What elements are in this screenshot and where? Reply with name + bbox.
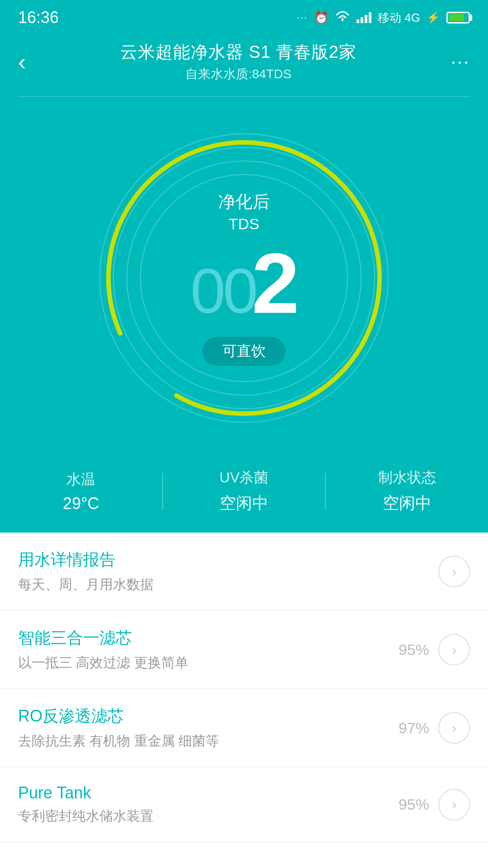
gauge-label-purified: 净化后 xyxy=(218,190,270,213)
list-item-title-1: 智能三合一滤芯 xyxy=(18,627,399,649)
list-item-content-ro-filter: RO反渗透滤芯 去除抗生素 有机物 重金属 细菌等 xyxy=(18,705,399,750)
water-quality-subtitle: 自来水水质:84TDS xyxy=(35,66,441,83)
stat-uv: UV杀菌 空闲中 xyxy=(163,468,325,514)
list-item-desc-1: 以一抵三 高效过滤 更换简单 xyxy=(18,654,399,672)
arrow-icon-2[interactable]: › xyxy=(438,712,470,744)
list-item-right-3: 95% › xyxy=(399,789,470,821)
stats-section: 水温 29°C UV杀菌 空闲中 制水状态 空闲中 xyxy=(0,454,488,533)
arrow-icon-1[interactable]: › xyxy=(438,634,470,665)
stat-production-value: 空闲中 xyxy=(383,492,432,514)
list-item-content-pure-tank: Pure Tank 专利密封纯水储水装置 xyxy=(18,783,399,826)
arrow-icon-0[interactable]: › xyxy=(438,556,470,587)
list-item-percent-2: 97% xyxy=(399,719,429,737)
gauge-label-tds: TDS xyxy=(229,215,259,233)
stat-uv-value: 空闲中 xyxy=(220,492,268,514)
gauge-number-display: 00 2 xyxy=(190,240,297,326)
list-item-right-2: 97% › xyxy=(399,712,470,744)
wifi-icon xyxy=(335,10,350,25)
stat-uv-label: UV杀菌 xyxy=(220,468,268,488)
list-item-ro-filter[interactable]: RO反渗透滤芯 去除抗生素 有机物 重金属 细菌等 97% › xyxy=(0,689,488,767)
status-icons: ··· ⏰ 移动 4G ⚡ xyxy=(297,10,470,26)
list-item-right-1: 95% › xyxy=(399,634,470,665)
gauge-section: 净化后 TDS 00 2 可直饮 xyxy=(0,97,488,454)
stat-temp-label: 水温 xyxy=(66,470,95,490)
list-item-desc-3: 专利密封纯水储水装置 xyxy=(18,807,399,826)
list-item-desc-2: 去除抗生素 有机物 重金属 细菌等 xyxy=(18,732,399,750)
signal-icon xyxy=(357,12,371,23)
status-bar: 16:36 ··· ⏰ 移动 4G ⚡ xyxy=(0,0,488,32)
battery-icon xyxy=(446,12,470,24)
back-button[interactable]: ‹ xyxy=(18,50,26,74)
list-item-title-3: Pure Tank xyxy=(18,783,399,802)
gauge-badge-drinkable: 可直饮 xyxy=(202,337,286,366)
dots-icon: ··· xyxy=(297,12,308,24)
stat-production: 制水状态 空闲中 xyxy=(326,468,488,514)
device-title: 云米超能净水器 S1 青春版2家 xyxy=(35,41,441,64)
list-item-title-2: RO反渗透滤芯 xyxy=(18,705,399,727)
list-section: 用水详情报告 每天、周、月用水数据 › 智能三合一滤芯 以一抵三 高效过滤 更换… xyxy=(0,533,488,842)
gauge-center: 净化后 TDS 00 2 可直饮 xyxy=(190,190,297,366)
charge-icon: ⚡ xyxy=(427,11,440,24)
gauge-container: 净化后 TDS 00 2 可直饮 xyxy=(90,124,398,432)
gauge-zeros: 00 xyxy=(190,259,255,323)
list-item-title-0: 用水详情报告 xyxy=(18,549,438,571)
list-item-content-water-report: 用水详情报告 每天、周、月用水数据 xyxy=(18,549,438,594)
list-item-percent-1: 95% xyxy=(399,641,429,659)
stat-temp-value: 29°C xyxy=(63,494,99,513)
status-time: 16:36 xyxy=(18,8,59,27)
header-title-block: 云米超能净水器 S1 青春版2家 自来水水质:84TDS xyxy=(35,41,441,83)
list-item-content-smart-filter: 智能三合一滤芯 以一抵三 高效过滤 更换简单 xyxy=(18,627,399,672)
network-label: 移动 4G xyxy=(378,10,420,26)
list-item-percent-3: 95% xyxy=(399,796,429,813)
list-item-pure-tank[interactable]: Pure Tank 专利密封纯水储水装置 95% › xyxy=(0,767,488,842)
gauge-digit: 2 xyxy=(252,240,298,326)
list-item-smart-filter[interactable]: 智能三合一滤芯 以一抵三 高效过滤 更换简单 95% › xyxy=(0,611,488,689)
more-button[interactable]: ··· xyxy=(451,52,470,72)
arrow-icon-3[interactable]: › xyxy=(438,789,470,821)
stat-water-temp: 水温 29°C xyxy=(0,470,162,513)
app-header: ‹ 云米超能净水器 S1 青春版2家 自来水水质:84TDS ··· xyxy=(0,32,488,96)
alarm-icon: ⏰ xyxy=(314,11,328,25)
stat-production-label: 制水状态 xyxy=(378,468,436,488)
list-item-desc-0: 每天、周、月用水数据 xyxy=(18,576,438,594)
list-item-right-0: › xyxy=(438,556,470,587)
list-item-water-report[interactable]: 用水详情报告 每天、周、月用水数据 › xyxy=(0,533,488,611)
